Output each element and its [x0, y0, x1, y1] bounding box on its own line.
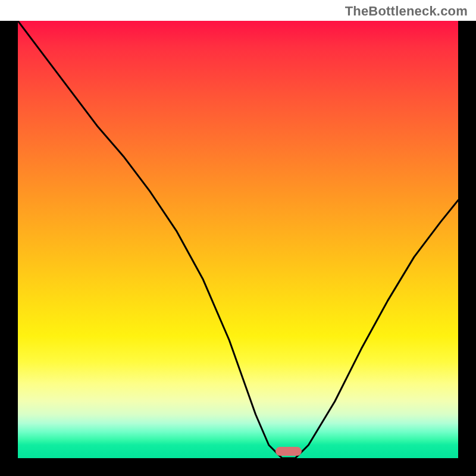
chart-frame — [0, 21, 476, 476]
frame-border-left — [0, 21, 18, 476]
site-watermark: TheBottleneck.com — [345, 4, 468, 19]
frame-border-right — [458, 21, 476, 476]
frame-border-bottom — [0, 458, 476, 476]
